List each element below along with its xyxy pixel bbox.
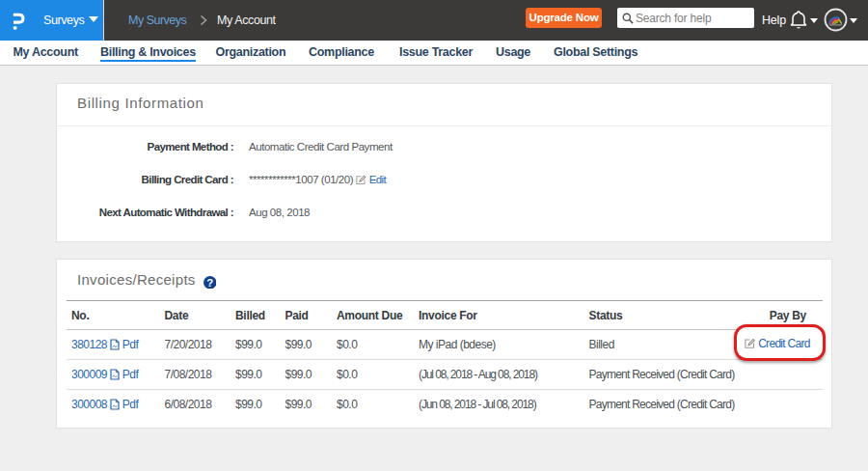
svg-text:?: ? — [206, 276, 213, 288]
